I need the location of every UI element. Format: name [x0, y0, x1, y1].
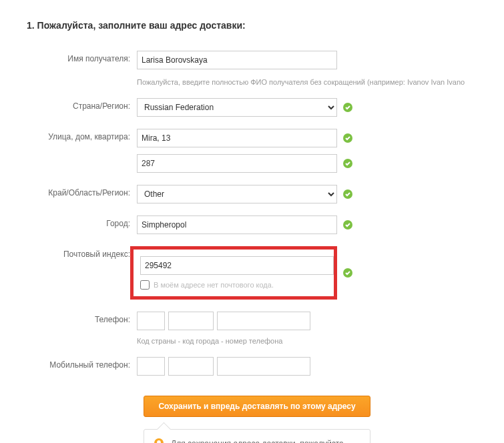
recipient-input[interactable]: [137, 51, 337, 69]
region-row: Край/Область/Регион: Other: [27, 185, 477, 203]
phone-row: Телефон: Код страны - код города - номер…: [27, 312, 477, 345]
no-postcode-checkbox[interactable]: [140, 280, 150, 290]
mobile-number-input[interactable]: [217, 357, 310, 376]
mobile-row: Мобильный телефон:: [27, 357, 477, 376]
mobile-country-input[interactable]: [137, 357, 165, 376]
phone-country-input[interactable]: [137, 312, 165, 330]
save-button[interactable]: Сохранить и впредь доставлять по этому а…: [144, 396, 370, 417]
phone-label: Телефон:: [27, 312, 137, 324]
check-icon: [342, 189, 353, 199]
recipient-hint: Пожалуйста, введите полностью ФИО получа…: [137, 78, 465, 86]
recipient-label: Имя получателя:: [27, 51, 137, 63]
check-icon: [342, 102, 353, 113]
mobile-label: Мобильный телефон:: [27, 357, 137, 370]
postcode-row: Почтовый индекс: В моём адресе нет почто…: [27, 246, 477, 300]
street-input[interactable]: [137, 129, 337, 147]
postcode-highlight: В моём адресе нет почтового кода.: [130, 246, 337, 300]
region-label: Край/Область/Регион:: [27, 185, 137, 197]
phone-number-input[interactable]: [217, 312, 310, 330]
check-icon: [342, 158, 353, 169]
country-row: Страна/Регион: Russian Federation: [27, 98, 477, 117]
postcode-input[interactable]: [140, 256, 334, 275]
street2-input[interactable]: [137, 154, 337, 173]
city-label: Город:: [27, 215, 137, 228]
mobile-area-input[interactable]: [168, 357, 214, 376]
check-icon: [342, 133, 353, 143]
city-input[interactable]: [137, 215, 337, 234]
phone-hint: Код страны - код города - номер телефона: [137, 337, 310, 345]
info-text: Для сохранения адреса доставки, пожалуйс…: [171, 438, 360, 443]
check-icon: [342, 268, 353, 278]
street-row: Улица, дом, квартира:: [27, 129, 477, 147]
check-icon: [342, 219, 353, 230]
city-row: Город:: [27, 215, 477, 234]
street-label: Улица, дом, квартира:: [27, 129, 137, 141]
country-select[interactable]: Russian Federation: [137, 98, 337, 117]
country-label: Страна/Регион:: [27, 98, 137, 111]
street2-row: [27, 154, 477, 173]
bulb-icon: [154, 438, 164, 443]
phone-area-input[interactable]: [168, 312, 214, 330]
page-heading: 1. Пожалуйста, заполните ваш адрес доста…: [27, 20, 477, 31]
no-postcode-label: В моём адресе нет почтового кода.: [154, 281, 274, 289]
postcode-label: Почтовый индекс:: [27, 246, 137, 259]
recipient-row: Имя получателя: Пожалуйста, введите полн…: [27, 51, 477, 86]
street2-label: [27, 154, 137, 157]
submit-section: Сохранить и впредь доставлять по этому а…: [144, 396, 477, 443]
info-box: Для сохранения адреса доставки, пожалуйс…: [144, 429, 370, 443]
region-select[interactable]: Other: [137, 185, 337, 203]
